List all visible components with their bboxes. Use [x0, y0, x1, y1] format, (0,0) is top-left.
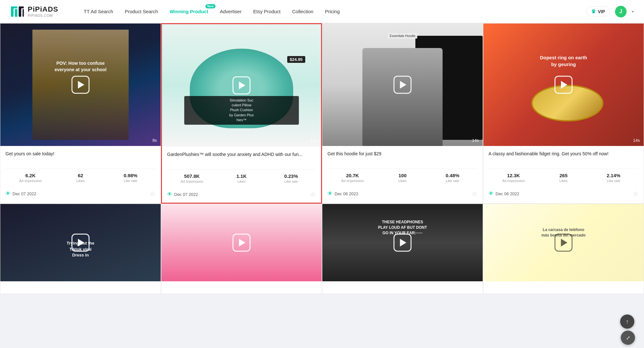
- logo-domain: PIPIADS.COM: [28, 14, 58, 17]
- star-icon-1[interactable]: ☆: [150, 190, 156, 198]
- card-stats-3: 20.7K Ad Impression 100 Likes 0.48% Like…: [327, 169, 478, 183]
- ad-card-8[interactable]: La carcasa de teléfonomás bonita del mer…: [483, 204, 644, 294]
- card-thumbnail-7: THESE HEADPHONESPLAY LOUD AF BUT DONTGO …: [322, 204, 483, 281]
- impression-label-2: Ad Impression: [167, 179, 217, 183]
- card-stats-4: 12.3K Ad Impression 265 Likes 2.14% Like…: [488, 169, 639, 183]
- ad-card-3[interactable]: Essentials Hoodie 14s Get this hoodie fo…: [322, 23, 483, 204]
- card-date-1: 👁 Dec 07 2022: [5, 191, 36, 197]
- star-icon-3[interactable]: ☆: [472, 190, 478, 198]
- card-stats-2: 507.8K Ad Impression 1.1K Likes 0.23% Li…: [167, 169, 316, 183]
- card-thumbnail-1: POV: How too confuseeveryone at your sch…: [0, 24, 161, 146]
- play-button-7[interactable]: [393, 234, 412, 252]
- svg-rect-5: [19, 6, 24, 8]
- card-body-2: GardenPlushies™ will soothe your anxiety…: [162, 147, 321, 183]
- star-icon-4[interactable]: ☆: [633, 190, 639, 198]
- eye-icon-2: 👁: [167, 191, 172, 197]
- nav-etsy-product[interactable]: Etsy Product: [253, 7, 280, 15]
- card-footer-2: 👁 Dec 07 2022 ☆: [162, 187, 321, 203]
- play-triangle-8: [561, 239, 567, 247]
- likes-value-3: 100: [377, 173, 427, 178]
- card-grid: POV: How too confuseeveryone at your sch…: [0, 23, 644, 294]
- svg-rect-1: [15, 9, 17, 17]
- stat-likes-4: 265 Likes: [538, 173, 588, 183]
- ad-card-6[interactable]: [161, 204, 322, 294]
- card-stats-1: 6.2K Ad Impression 62 Likes 0.98% Like r…: [5, 169, 156, 183]
- like-rate-value-4: 2.14%: [589, 173, 639, 178]
- card-thumbnail-5: Trying out theTiktok viralDress in: [0, 204, 161, 281]
- play-triangle-6: [239, 239, 245, 247]
- header-right: ♛ VIP J ▾: [586, 6, 634, 17]
- ad-card-4[interactable]: Dopest ring on earthby geuring 14s A cla…: [483, 23, 644, 204]
- ad-card-2[interactable]: $24.95 Simulation Succulent PillowPlush …: [161, 23, 322, 204]
- stat-like-rate-1: 0.98% Like rate: [106, 173, 156, 183]
- duration-3: 14s: [472, 138, 479, 143]
- chevron-down-icon[interactable]: ▾: [632, 9, 634, 14]
- product-label-2: Simulation Succulent PillowPlush Cushion…: [184, 96, 299, 125]
- duration-2: 17s: [310, 139, 317, 143]
- like-rate-value-2: 0.23%: [266, 173, 316, 179]
- play-triangle-7: [400, 239, 406, 247]
- play-button-2[interactable]: [232, 76, 251, 94]
- price-tag-2: $24.95: [287, 56, 305, 63]
- header: PiPiADS PIPIADS.COM TT Ad Search Product…: [0, 0, 644, 23]
- impression-label-4: Ad Impression: [488, 179, 538, 183]
- likes-value-1: 62: [55, 173, 105, 178]
- like-rate-label-1: Like rate: [106, 179, 156, 183]
- ad-card-5[interactable]: Trying out theTiktok viralDress in: [0, 204, 161, 294]
- like-rate-value-1: 0.98%: [106, 173, 156, 178]
- duration-1: 9s: [152, 138, 157, 143]
- person-decoration-3: [363, 48, 443, 146]
- logo-text: PiPiADS PIPIADS.COM: [28, 5, 58, 17]
- play-button-6[interactable]: [232, 234, 251, 252]
- nav-winning-product[interactable]: Winning Product New: [170, 7, 208, 15]
- nav-tt-ad-search[interactable]: TT Ad Search: [84, 7, 113, 15]
- impression-label-3: Ad Impression: [327, 179, 377, 183]
- card-date-4: 👁 Dec 06 2022: [488, 191, 519, 197]
- eye-icon-3: 👁: [327, 191, 333, 197]
- main-content: POV: How too confuseeveryone at your sch…: [0, 23, 644, 294]
- play-button-5[interactable]: [71, 234, 90, 252]
- thumb-overlay-text-7: THESE HEADPHONESPLAY LOUD AF BUT DONTGO …: [330, 219, 475, 236]
- like-rate-label-2: Like rate: [266, 179, 316, 183]
- svg-rect-4: [23, 9, 24, 17]
- nav-collection[interactable]: Collection: [292, 7, 313, 15]
- play-triangle-3: [400, 81, 406, 89]
- card-thumbnail-2: $24.95 Simulation Succulent PillowPlush …: [162, 24, 321, 147]
- card-thumbnail-8: La carcasa de teléfonomás bonita del mer…: [483, 204, 644, 281]
- like-rate-label-4: Like rate: [589, 179, 639, 183]
- play-button-1[interactable]: [71, 76, 90, 94]
- card-thumbnail-6: [161, 204, 322, 281]
- play-button-8[interactable]: [554, 234, 573, 252]
- hoodie-label-3: Essentials Hoodie: [388, 33, 417, 39]
- card-title-3: Get this hoodie for just $29: [327, 150, 478, 164]
- stat-like-rate-3: 0.48% Like rate: [428, 173, 478, 183]
- eye-icon-4: 👁: [488, 191, 494, 197]
- card-body-3: Get this hoodie for just $29 20.7K Ad Im…: [322, 146, 483, 183]
- likes-value-4: 265: [538, 173, 588, 178]
- stat-impression-2: 507.8K Ad Impression: [167, 173, 217, 183]
- svg-rect-2: [11, 6, 17, 8]
- stat-likes-1: 62 Likes: [55, 173, 105, 183]
- play-triangle-4: [561, 81, 567, 89]
- impression-value-2: 507.8K: [167, 173, 217, 179]
- ad-card-7[interactable]: THESE HEADPHONESPLAY LOUD AF BUT DONTGO …: [322, 204, 483, 294]
- card-title-2: GardenPlushies™ will soothe your anxiety…: [167, 151, 316, 165]
- ad-card-1[interactable]: POV: How too confuseeveryone at your sch…: [0, 23, 161, 204]
- nav-pricing[interactable]: Pricing: [325, 7, 340, 15]
- vip-button[interactable]: ♛ VIP: [586, 6, 610, 16]
- card-footer-3: 👁 Dec 06 2022 ☆: [322, 186, 483, 202]
- stat-impression-3: 20.7K Ad Impression: [327, 173, 377, 183]
- nav-advertiser[interactable]: Advertiser: [220, 7, 242, 15]
- avatar[interactable]: J: [615, 6, 627, 17]
- stat-like-rate-4: 2.14% Like rate: [589, 173, 639, 183]
- play-button-3[interactable]: [393, 76, 412, 94]
- likes-label-3: Likes: [377, 179, 427, 183]
- card-thumbnail-3: Essentials Hoodie 14s: [322, 24, 483, 146]
- play-button-4[interactable]: [554, 76, 573, 94]
- impression-label-1: Ad Impression: [5, 179, 55, 183]
- logo[interactable]: PiPiADS PIPIADS.COM: [10, 5, 68, 19]
- nav-product-search[interactable]: Product Search: [125, 7, 158, 15]
- play-triangle-2: [239, 82, 245, 89]
- star-icon-2[interactable]: ☆: [310, 190, 316, 198]
- stat-likes-2: 1.1K Likes: [217, 173, 266, 183]
